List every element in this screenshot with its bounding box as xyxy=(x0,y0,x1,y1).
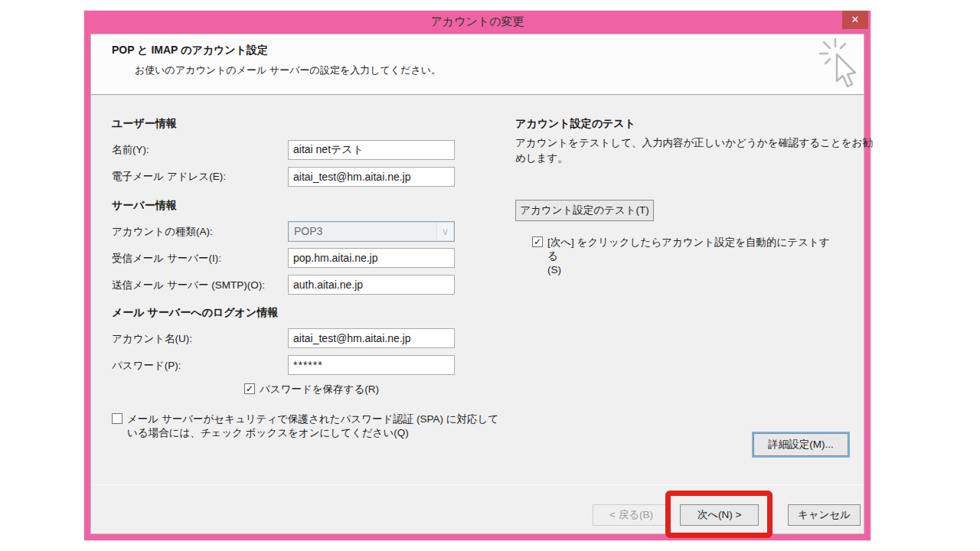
cancel-button[interactable]: キャンセル xyxy=(788,504,861,526)
email-input[interactable] xyxy=(288,167,455,187)
check-icon: ✓ xyxy=(246,383,253,394)
test-description: アカウントをテストして、入力内容が正しいかどうかを確認することをお勧めします。 xyxy=(515,135,874,167)
next-button[interactable]: 次へ(N) > xyxy=(680,504,759,526)
outgoing-server-input[interactable] xyxy=(288,275,455,295)
incoming-server-label: 受信メール サーバー(I): xyxy=(112,252,221,266)
section-test-heading: アカウント設定のテスト xyxy=(515,117,635,131)
back-button[interactable]: < 戻る(B) xyxy=(593,504,670,526)
outgoing-server-label: 送信メール サーバー (SMTP)(O): xyxy=(112,279,265,292)
name-label: 名前(Y): xyxy=(112,143,149,157)
section-server-info: サーバー情報 xyxy=(112,199,177,213)
auto-test-label-line2: (S) xyxy=(547,263,838,277)
chevron-down-icon: ∨ xyxy=(436,223,453,240)
footer-divider xyxy=(91,484,864,485)
dialog-body: POP と IMAP のアカウント設定 お使いのアカウントのメール サーバーの設… xyxy=(90,34,864,534)
save-password-checkbox[interactable]: ✓ xyxy=(244,383,255,394)
save-password-label: パスワードを保存する(R) xyxy=(260,383,379,396)
account-change-dialog: アカウントの変更 ✕ POP と IMAP のアカウント設定 お使いのアカウント… xyxy=(84,11,871,540)
close-button[interactable]: ✕ xyxy=(842,11,868,29)
dialog-title: アカウントの変更 xyxy=(84,15,871,29)
check-icon: ✓ xyxy=(534,236,541,247)
incoming-server-input[interactable] xyxy=(288,248,455,268)
page-title: POP と IMAP のアカウント設定 xyxy=(112,44,268,57)
spa-checkbox[interactable] xyxy=(112,413,122,424)
page-subtitle: お使いのアカウントのメール サーバーの設定を入力してください。 xyxy=(135,64,441,77)
name-input[interactable] xyxy=(288,140,455,160)
section-user-info: ユーザー情報 xyxy=(112,117,177,131)
test-account-button[interactable]: アカウント設定のテスト(T) xyxy=(515,200,654,221)
close-icon: ✕ xyxy=(851,14,860,25)
account-type-label: アカウントの種類(A): xyxy=(112,225,213,239)
email-label: 電子メール アドレス(E): xyxy=(112,170,226,184)
save-password-checkbox-row[interactable]: ✓ パスワードを保存する(R) xyxy=(244,383,379,396)
account-name-input[interactable] xyxy=(288,328,455,348)
advanced-settings-button[interactable]: 詳細設定(M)... xyxy=(753,433,848,456)
auto-test-checkbox[interactable]: ✓ xyxy=(532,236,543,247)
auto-test-checkbox-row[interactable]: ✓ [次へ] をクリックしたらアカウント設定を自動的にテストする (S) xyxy=(532,236,838,278)
account-type-value: POP3 xyxy=(294,225,322,237)
spa-checkbox-row[interactable]: メール サーバーがセキュリティで保護されたパスワード認証 (SPA) に対応して… xyxy=(112,412,504,440)
auto-test-label: [次へ] をクリックしたらアカウント設定を自動的にテストする (S) xyxy=(547,236,838,278)
account-name-label: アカウント名(U): xyxy=(112,332,192,346)
section-logon-info: メール サーバーへのログオン情報 xyxy=(112,306,278,320)
wizard-header: POP と IMAP のアカウント設定 お使いのアカウントのメール サーバーの設… xyxy=(91,34,864,94)
password-label: パスワード(P): xyxy=(112,359,181,373)
spa-label: メール サーバーがセキュリティで保護されたパスワード認証 (SPA) に対応して… xyxy=(127,412,504,440)
account-type-select[interactable]: POP3 ∨ xyxy=(288,221,455,242)
dialog-titlebar[interactable]: アカウントの変更 ✕ xyxy=(84,11,871,34)
cursor-spark-icon xyxy=(818,37,866,90)
header-divider xyxy=(91,94,864,96)
password-input[interactable] xyxy=(288,355,455,375)
auto-test-label-line1: [次へ] をクリックしたらアカウント設定を自動的にテストする xyxy=(547,236,838,263)
